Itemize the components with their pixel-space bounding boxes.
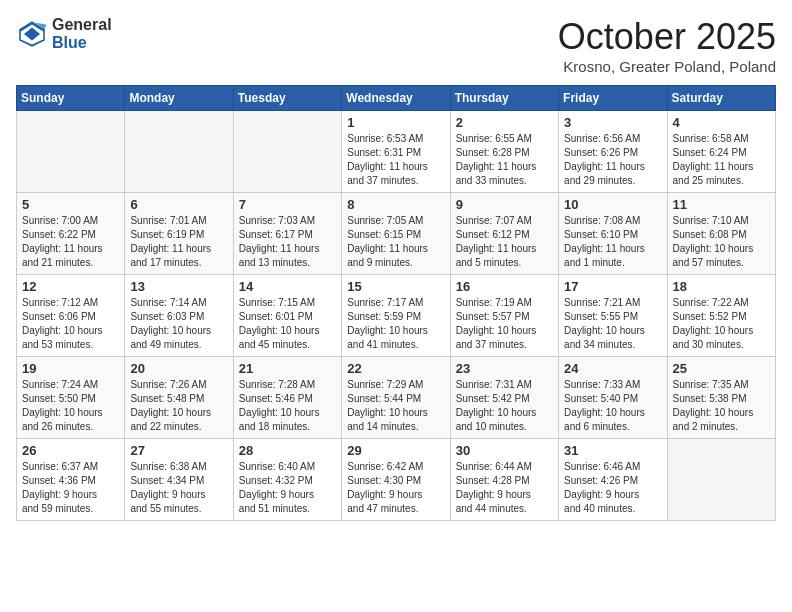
day-info: Sunrise: 7:22 AM Sunset: 5:52 PM Dayligh… — [673, 296, 770, 352]
calendar-cell: 28Sunrise: 6:40 AM Sunset: 4:32 PM Dayli… — [233, 439, 341, 521]
day-info: Sunrise: 6:40 AM Sunset: 4:32 PM Dayligh… — [239, 460, 336, 516]
week-row-1: 1Sunrise: 6:53 AM Sunset: 6:31 PM Daylig… — [17, 111, 776, 193]
day-number: 11 — [673, 197, 770, 212]
calendar-cell: 10Sunrise: 7:08 AM Sunset: 6:10 PM Dayli… — [559, 193, 667, 275]
calendar-cell: 14Sunrise: 7:15 AM Sunset: 6:01 PM Dayli… — [233, 275, 341, 357]
calendar-cell: 7Sunrise: 7:03 AM Sunset: 6:17 PM Daylig… — [233, 193, 341, 275]
day-info: Sunrise: 7:12 AM Sunset: 6:06 PM Dayligh… — [22, 296, 119, 352]
calendar-cell: 23Sunrise: 7:31 AM Sunset: 5:42 PM Dayli… — [450, 357, 558, 439]
day-info: Sunrise: 7:15 AM Sunset: 6:01 PM Dayligh… — [239, 296, 336, 352]
day-info: Sunrise: 7:24 AM Sunset: 5:50 PM Dayligh… — [22, 378, 119, 434]
day-info: Sunrise: 7:03 AM Sunset: 6:17 PM Dayligh… — [239, 214, 336, 270]
day-info: Sunrise: 7:33 AM Sunset: 5:40 PM Dayligh… — [564, 378, 661, 434]
calendar-cell — [17, 111, 125, 193]
logo-general-text: General — [52, 16, 112, 34]
day-info: Sunrise: 7:07 AM Sunset: 6:12 PM Dayligh… — [456, 214, 553, 270]
day-info: Sunrise: 7:29 AM Sunset: 5:44 PM Dayligh… — [347, 378, 444, 434]
calendar-cell: 6Sunrise: 7:01 AM Sunset: 6:19 PM Daylig… — [125, 193, 233, 275]
day-number: 4 — [673, 115, 770, 130]
calendar-cell: 17Sunrise: 7:21 AM Sunset: 5:55 PM Dayli… — [559, 275, 667, 357]
logo-text: General Blue — [52, 16, 112, 51]
week-row-4: 19Sunrise: 7:24 AM Sunset: 5:50 PM Dayli… — [17, 357, 776, 439]
calendar-cell: 26Sunrise: 6:37 AM Sunset: 4:36 PM Dayli… — [17, 439, 125, 521]
day-number: 25 — [673, 361, 770, 376]
day-number: 22 — [347, 361, 444, 376]
day-info: Sunrise: 6:42 AM Sunset: 4:30 PM Dayligh… — [347, 460, 444, 516]
calendar-cell: 5Sunrise: 7:00 AM Sunset: 6:22 PM Daylig… — [17, 193, 125, 275]
day-number: 10 — [564, 197, 661, 212]
day-info: Sunrise: 7:17 AM Sunset: 5:59 PM Dayligh… — [347, 296, 444, 352]
day-number: 1 — [347, 115, 444, 130]
day-info: Sunrise: 7:35 AM Sunset: 5:38 PM Dayligh… — [673, 378, 770, 434]
day-number: 13 — [130, 279, 227, 294]
day-info: Sunrise: 6:56 AM Sunset: 6:26 PM Dayligh… — [564, 132, 661, 188]
day-number: 29 — [347, 443, 444, 458]
calendar-cell: 11Sunrise: 7:10 AM Sunset: 6:08 PM Dayli… — [667, 193, 775, 275]
title-block: October 2025 Krosno, Greater Poland, Pol… — [558, 16, 776, 75]
day-info: Sunrise: 6:46 AM Sunset: 4:26 PM Dayligh… — [564, 460, 661, 516]
header-sunday: Sunday — [17, 86, 125, 111]
day-number: 24 — [564, 361, 661, 376]
calendar-cell: 29Sunrise: 6:42 AM Sunset: 4:30 PM Dayli… — [342, 439, 450, 521]
day-info: Sunrise: 6:38 AM Sunset: 4:34 PM Dayligh… — [130, 460, 227, 516]
calendar-cell: 30Sunrise: 6:44 AM Sunset: 4:28 PM Dayli… — [450, 439, 558, 521]
calendar-cell: 15Sunrise: 7:17 AM Sunset: 5:59 PM Dayli… — [342, 275, 450, 357]
page-header: General Blue October 2025 Krosno, Greate… — [16, 16, 776, 75]
day-info: Sunrise: 7:28 AM Sunset: 5:46 PM Dayligh… — [239, 378, 336, 434]
day-info: Sunrise: 7:26 AM Sunset: 5:48 PM Dayligh… — [130, 378, 227, 434]
day-info: Sunrise: 6:53 AM Sunset: 6:31 PM Dayligh… — [347, 132, 444, 188]
day-info: Sunrise: 7:05 AM Sunset: 6:15 PM Dayligh… — [347, 214, 444, 270]
day-number: 16 — [456, 279, 553, 294]
calendar-cell: 1Sunrise: 6:53 AM Sunset: 6:31 PM Daylig… — [342, 111, 450, 193]
day-number: 9 — [456, 197, 553, 212]
day-number: 27 — [130, 443, 227, 458]
calendar-cell — [125, 111, 233, 193]
day-info: Sunrise: 7:31 AM Sunset: 5:42 PM Dayligh… — [456, 378, 553, 434]
header-wednesday: Wednesday — [342, 86, 450, 111]
day-number: 8 — [347, 197, 444, 212]
day-number: 18 — [673, 279, 770, 294]
day-number: 6 — [130, 197, 227, 212]
week-row-2: 5Sunrise: 7:00 AM Sunset: 6:22 PM Daylig… — [17, 193, 776, 275]
calendar-cell: 16Sunrise: 7:19 AM Sunset: 5:57 PM Dayli… — [450, 275, 558, 357]
calendar-header-row: SundayMondayTuesdayWednesdayThursdayFrid… — [17, 86, 776, 111]
calendar-cell: 25Sunrise: 7:35 AM Sunset: 5:38 PM Dayli… — [667, 357, 775, 439]
calendar-cell: 31Sunrise: 6:46 AM Sunset: 4:26 PM Dayli… — [559, 439, 667, 521]
header-thursday: Thursday — [450, 86, 558, 111]
day-number: 31 — [564, 443, 661, 458]
calendar-cell: 27Sunrise: 6:38 AM Sunset: 4:34 PM Dayli… — [125, 439, 233, 521]
day-info: Sunrise: 6:55 AM Sunset: 6:28 PM Dayligh… — [456, 132, 553, 188]
day-info: Sunrise: 7:00 AM Sunset: 6:22 PM Dayligh… — [22, 214, 119, 270]
day-number: 3 — [564, 115, 661, 130]
day-number: 26 — [22, 443, 119, 458]
calendar-cell: 20Sunrise: 7:26 AM Sunset: 5:48 PM Dayli… — [125, 357, 233, 439]
calendar-cell — [667, 439, 775, 521]
calendar-cell — [233, 111, 341, 193]
logo-icon — [16, 18, 48, 50]
calendar-cell: 22Sunrise: 7:29 AM Sunset: 5:44 PM Dayli… — [342, 357, 450, 439]
day-info: Sunrise: 7:19 AM Sunset: 5:57 PM Dayligh… — [456, 296, 553, 352]
calendar-cell: 2Sunrise: 6:55 AM Sunset: 6:28 PM Daylig… — [450, 111, 558, 193]
location: Krosno, Greater Poland, Poland — [558, 58, 776, 75]
day-number: 5 — [22, 197, 119, 212]
day-info: Sunrise: 7:10 AM Sunset: 6:08 PM Dayligh… — [673, 214, 770, 270]
day-info: Sunrise: 6:44 AM Sunset: 4:28 PM Dayligh… — [456, 460, 553, 516]
day-number: 21 — [239, 361, 336, 376]
day-number: 14 — [239, 279, 336, 294]
calendar-cell: 18Sunrise: 7:22 AM Sunset: 5:52 PM Dayli… — [667, 275, 775, 357]
month-title: October 2025 — [558, 16, 776, 58]
calendar-cell: 4Sunrise: 6:58 AM Sunset: 6:24 PM Daylig… — [667, 111, 775, 193]
calendar-cell: 9Sunrise: 7:07 AM Sunset: 6:12 PM Daylig… — [450, 193, 558, 275]
day-info: Sunrise: 6:58 AM Sunset: 6:24 PM Dayligh… — [673, 132, 770, 188]
logo-blue-text: Blue — [52, 34, 112, 52]
day-number: 19 — [22, 361, 119, 376]
calendar-cell: 24Sunrise: 7:33 AM Sunset: 5:40 PM Dayli… — [559, 357, 667, 439]
day-info: Sunrise: 7:21 AM Sunset: 5:55 PM Dayligh… — [564, 296, 661, 352]
day-number: 17 — [564, 279, 661, 294]
calendar-cell: 8Sunrise: 7:05 AM Sunset: 6:15 PM Daylig… — [342, 193, 450, 275]
week-row-5: 26Sunrise: 6:37 AM Sunset: 4:36 PM Dayli… — [17, 439, 776, 521]
day-number: 23 — [456, 361, 553, 376]
day-number: 20 — [130, 361, 227, 376]
day-info: Sunrise: 6:37 AM Sunset: 4:36 PM Dayligh… — [22, 460, 119, 516]
calendar-cell: 19Sunrise: 7:24 AM Sunset: 5:50 PM Dayli… — [17, 357, 125, 439]
